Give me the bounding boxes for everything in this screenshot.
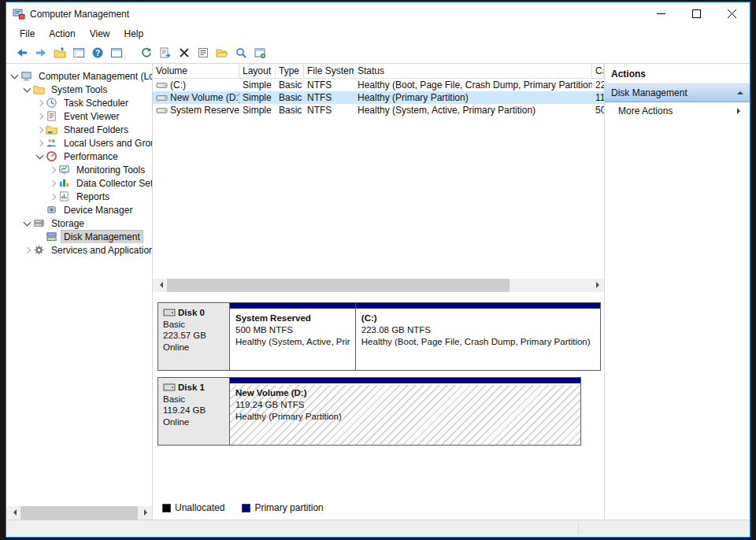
tree-item[interactable]: Event Viewer <box>6 109 152 123</box>
tree-item-label: Device Manager <box>61 204 135 216</box>
partition-size: 500 MB NTFS <box>235 324 350 336</box>
legend-label: Primary partition <box>254 502 323 513</box>
collapse-icon[interactable] <box>737 88 743 94</box>
computer-icon <box>20 70 33 82</box>
folder-icon <box>33 83 46 95</box>
console-window-icon[interactable] <box>107 43 126 62</box>
title-bar: Computer Management <box>6 2 750 25</box>
show-console-tree-icon[interactable] <box>69 43 88 62</box>
more-actions-item[interactable]: More Actions <box>605 102 750 120</box>
back-icon[interactable] <box>13 43 32 62</box>
services-icon <box>33 244 46 256</box>
column-header-type[interactable]: Type <box>276 64 304 78</box>
actions-disk-management-header[interactable]: Disk Management <box>605 84 750 102</box>
reports-icon <box>58 190 71 202</box>
storage-icon <box>33 217 46 229</box>
expand-chevron-icon[interactable] <box>22 217 33 230</box>
tree-item-label: Disk Management <box>61 231 143 243</box>
partition-block[interactable]: New Volume (D:) 119.24 GB NTFS Healthy (… <box>230 378 580 445</box>
column-header-file-system[interactable]: File System <box>304 64 354 78</box>
legend: Unallocated Primary partition <box>158 500 601 516</box>
volume-name-cell: New Volume (D:) <box>153 92 239 103</box>
expand-chevron-icon[interactable] <box>35 231 46 243</box>
users-icon <box>46 137 58 149</box>
expand-chevron-icon[interactable] <box>9 70 20 83</box>
maximize-button[interactable] <box>679 2 714 25</box>
expand-chevron-icon[interactable] <box>35 204 46 216</box>
partition-name: (C:) <box>361 313 595 324</box>
help-topics-icon[interactable] <box>250 43 269 62</box>
scroll-left-icon[interactable] <box>153 279 166 292</box>
column-header-layout[interactable]: Layout <box>239 64 276 78</box>
expand-chevron-icon[interactable] <box>22 244 33 257</box>
volume-row[interactable]: New Volume (D:)SimpleBasicNTFSHealthy (P… <box>153 91 604 104</box>
column-header-volume[interactable]: Volume <box>153 64 239 78</box>
tree-item[interactable]: Computer Management (Local <box>6 69 152 83</box>
forward-icon[interactable] <box>32 43 50 62</box>
tree-item[interactable]: Disk Management <box>6 230 152 243</box>
expand-chevron-icon[interactable] <box>47 164 58 176</box>
expand-chevron-icon[interactable] <box>47 177 58 190</box>
tree-item[interactable]: Performance <box>6 150 152 163</box>
help-icon[interactable]: ? <box>88 43 107 62</box>
close-button[interactable] <box>714 2 750 25</box>
volume-drive-icon <box>156 105 168 116</box>
disk-type: Basic <box>163 394 224 405</box>
volume-header-row: VolumeLayoutTypeFile SystemStatusCa <box>153 64 604 79</box>
menu-help[interactable]: Help <box>117 26 151 42</box>
legend-swatch <box>162 504 171 512</box>
actions-pane-title: Actions <box>605 64 750 84</box>
expand-chevron-icon[interactable] <box>35 137 46 150</box>
scrollbar-thumb[interactable] <box>167 279 510 292</box>
scroll-right-icon[interactable] <box>139 506 152 520</box>
tree-item[interactable]: Monitoring Tools <box>6 163 152 176</box>
disk-info-box[interactable]: Disk 1 Basic 119.24 GB Online <box>158 377 230 446</box>
tree-item[interactable]: System Tools <box>6 83 152 96</box>
menu-view[interactable]: View <box>83 26 117 42</box>
tree-item[interactable]: Shared Folders <box>6 123 152 136</box>
volume-cell: NTFS <box>304 80 354 91</box>
toolbar-separator <box>126 45 137 61</box>
delete-icon[interactable] <box>175 43 194 62</box>
tree-item[interactable]: Storage <box>6 216 152 230</box>
partition-block[interactable]: System Reserved 500 MB NTFS Healthy (Sys… <box>230 303 356 370</box>
scroll-right-icon[interactable] <box>591 279 604 292</box>
expand-chevron-icon[interactable] <box>22 83 33 96</box>
up-level-icon[interactable] <box>50 43 69 62</box>
volume-cell: Basic <box>276 92 304 103</box>
expand-chevron-icon[interactable] <box>47 190 58 203</box>
expand-chevron-icon[interactable] <box>35 110 46 123</box>
disk-info-box[interactable]: Disk 0 Basic 223.57 GB Online <box>158 302 230 371</box>
menu-action[interactable]: Action <box>42 26 82 42</box>
menu-file[interactable]: File <box>13 26 42 42</box>
expand-chevron-icon[interactable] <box>35 150 46 163</box>
tree-item[interactable]: Device Manager <box>6 203 152 216</box>
tree-item[interactable]: Task Scheduler <box>6 96 152 109</box>
open-folder-icon[interactable] <box>213 43 232 62</box>
tree-item[interactable]: Reports <box>6 190 152 203</box>
volume-row[interactable]: (C:)SimpleBasicNTFSHealthy (Boot, Page F… <box>153 79 604 91</box>
shared-folder-icon <box>46 124 58 135</box>
tree-item[interactable]: Data Collector Sets <box>6 176 152 190</box>
expand-chevron-icon[interactable] <box>35 97 46 109</box>
properties-icon[interactable] <box>194 43 213 62</box>
tree-item-label: System Tools <box>49 83 109 96</box>
tree: Computer Management (Local System Tools … <box>6 64 152 506</box>
tree-horizontal-scrollbar[interactable] <box>6 506 152 520</box>
volume-row[interactable]: System ReservedSimpleBasicNTFSHealthy (S… <box>153 104 604 117</box>
find-icon[interactable] <box>232 43 250 62</box>
export-list-icon[interactable] <box>156 43 175 62</box>
volume-cell: Healthy (System, Active, Primary Partiti… <box>354 105 592 116</box>
tree-item[interactable]: Local Users and Groups <box>6 136 152 150</box>
refresh-icon[interactable] <box>137 43 156 62</box>
column-header-ca[interactable]: Ca <box>592 64 604 78</box>
event-icon <box>46 110 58 122</box>
volume-list-horizontal-scrollbar[interactable] <box>153 279 604 292</box>
partition-block[interactable]: (C:) 223.08 GB NTFS Healthy (Boot, Page … <box>356 303 600 370</box>
scroll-left-icon[interactable] <box>6 506 20 520</box>
expand-chevron-icon[interactable] <box>35 124 46 136</box>
tree-item[interactable]: Services and Applications <box>6 243 152 257</box>
column-header-status[interactable]: Status <box>354 64 592 78</box>
scrollbar-thumb[interactable] <box>20 506 138 520</box>
minimize-button[interactable] <box>643 2 679 25</box>
